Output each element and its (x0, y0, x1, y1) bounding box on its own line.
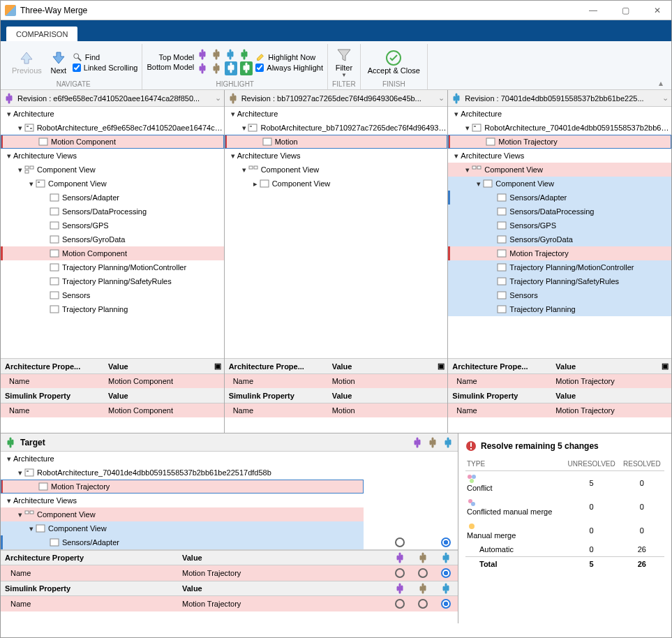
tree-item[interactable]: Trajectory Planning/MotionController (509, 263, 634, 272)
tree-item[interactable]: Sensors/GyroData (509, 235, 572, 244)
arch-root[interactable]: Architecture (237, 110, 278, 118)
linked-scrolling-chk[interactable] (73, 64, 81, 72)
tree-toggle[interactable]: ▾ (27, 524, 36, 533)
motion-item[interactable]: Motion (275, 138, 298, 146)
prev-button[interactable]: Previous (9, 48, 45, 76)
collapse-icon[interactable]: ▣ (211, 362, 224, 371)
arch-root[interactable]: Architecture (461, 110, 502, 118)
tree-item[interactable]: Trajectory Planning (62, 305, 128, 313)
cactus-brown-icon[interactable] (427, 437, 438, 448)
minimize-button[interactable]: — (583, 3, 603, 17)
tree-item[interactable]: Sensors/Adapter (62, 193, 119, 202)
radio-right[interactable] (441, 599, 451, 609)
tree-item[interactable]: Sensors (509, 291, 537, 299)
tree-toggle[interactable]: ▸ (251, 179, 260, 188)
panel-left-tree[interactable]: ▾Architecture ▾RobotArchitecture_e6f9e65… (1, 107, 224, 358)
ribbon-collapse-icon[interactable]: ▴ (655, 77, 667, 89)
cactus-purple-icon[interactable] (197, 49, 208, 60)
cactus-brown-icon[interactable] (211, 63, 222, 74)
tree-toggle[interactable]: ▾ (27, 179, 36, 188)
tree-item[interactable]: Trajectory Planning/SafetyRules (62, 277, 172, 285)
comp-view-child[interactable]: Component View (495, 179, 554, 188)
maximize-button[interactable]: ▢ (615, 3, 635, 17)
tree-item[interactable]: Sensors (62, 291, 90, 299)
panel-mid-tree[interactable]: ▾Architecture ▾RobotArchitecture_bb71092… (225, 107, 448, 358)
tree-item[interactable]: Sensors/Adapter (509, 193, 567, 202)
arch-child[interactable]: RobotArchitecture_70401de4dbb0591558537b… (484, 124, 671, 132)
cactus-blue-sel-icon[interactable] (225, 62, 237, 73)
radio-right[interactable] (441, 537, 451, 547)
tree-toggle[interactable]: ▾ (240, 124, 248, 133)
tree-toggle[interactable]: ▾ (240, 165, 248, 175)
tree-toggle[interactable]: ▾ (463, 165, 472, 175)
tree-item[interactable]: Trajectory Planning (509, 305, 575, 313)
next-button[interactable]: Next (47, 48, 70, 76)
tree-toggle[interactable]: ▾ (463, 124, 472, 133)
filter-button[interactable]: Filter ▼ (333, 45, 355, 80)
tree-item[interactable]: Sensors/GPS (509, 221, 556, 230)
arch-child[interactable]: RobotArchitecture_70401de4dbb0591558537b… (37, 468, 271, 477)
tree-toggle[interactable]: ▾ (16, 468, 24, 477)
comp-view-child[interactable]: Component View (48, 524, 107, 533)
comp-view[interactable]: Component View (37, 165, 96, 174)
radio-left[interactable] (395, 537, 405, 547)
accept-close-button[interactable]: Accept & Close (365, 48, 423, 76)
tree-toggle[interactable]: ▾ (16, 124, 24, 133)
tree-item[interactable]: Trajectory Planning/SafetyRules (509, 277, 619, 285)
tree-toggle[interactable]: ▾ (5, 496, 13, 505)
tree-toggle[interactable]: ▾ (452, 110, 461, 119)
radio-mid[interactable] (418, 599, 428, 609)
always-highlight-checkbox[interactable]: Always Highlight (255, 64, 323, 72)
tree-toggle[interactable]: ▾ (5, 454, 13, 463)
tree-toggle[interactable]: ▾ (475, 179, 483, 188)
views-root[interactable]: Architecture Views (13, 496, 77, 505)
radio-mid[interactable] (418, 568, 428, 578)
tree-toggle[interactable]: ▾ (229, 151, 237, 161)
tree-item[interactable]: Sensors/DataProcessing (62, 207, 147, 216)
radio-left[interactable] (395, 568, 405, 578)
cactus-green-sel-icon[interactable] (241, 62, 252, 73)
find-button[interactable]: Find (73, 52, 138, 62)
tree-item[interactable]: Motion Trajectory (509, 249, 568, 258)
radio-left[interactable] (395, 599, 405, 609)
tree-item[interactable]: Sensors/GPS (62, 221, 109, 230)
always-highlight-chk[interactable] (255, 64, 264, 72)
comp-view[interactable]: Component View (261, 165, 320, 174)
motion-item[interactable]: Motion Component (51, 138, 116, 146)
motion-item[interactable]: Motion Trajectory (498, 138, 557, 146)
linked-scrolling-checkbox[interactable]: Linked Scrolling (73, 64, 138, 72)
tree-toggle[interactable]: ▾ (5, 151, 13, 161)
cactus-purple-icon[interactable] (412, 437, 423, 448)
cactus-blue-icon[interactable] (225, 49, 236, 60)
arch-root[interactable]: Architecture (13, 454, 54, 463)
tree-toggle[interactable]: ▾ (229, 110, 237, 119)
target-tree[interactable]: ▾Architecture ▾RobotArchitecture_70401de… (1, 452, 458, 549)
tree-item[interactable]: Sensors/GyroData (62, 235, 125, 244)
comp-view-child[interactable]: Component View (272, 179, 331, 188)
collapse-icon[interactable]: ▣ (435, 362, 447, 371)
comp-view[interactable]: Component View (37, 510, 96, 519)
tree-toggle[interactable]: ▾ (16, 510, 24, 519)
tree-toggle[interactable]: ▾ (16, 165, 24, 175)
arch-root[interactable]: Architecture (13, 110, 54, 118)
cactus-purple-icon[interactable] (197, 63, 208, 74)
arch-child[interactable]: RobotArchitecture_bb710927ac7265dec76f4d… (260, 124, 447, 132)
tree-item[interactable]: Trajectory Planning/MotionController (62, 263, 186, 272)
chevron-down-icon[interactable]: ⌄ (438, 94, 445, 103)
collapse-icon[interactable]: ▣ (659, 362, 671, 371)
tree-toggle[interactable]: ▾ (452, 151, 461, 161)
panel-right-tree[interactable]: ▾Architecture ▾RobotArchitecture_70401de… (448, 107, 671, 358)
cactus-green-icon[interactable] (239, 49, 250, 60)
tree-toggle[interactable]: ▾ (5, 110, 13, 119)
radio-right[interactable] (441, 568, 451, 578)
chevron-down-icon[interactable]: ⌄ (215, 94, 221, 103)
close-button[interactable]: ✕ (648, 3, 667, 17)
cactus-blue-icon[interactable] (442, 437, 454, 448)
tab-comparison[interactable]: COMPARISON (6, 27, 77, 41)
comp-view[interactable]: Component View (484, 165, 543, 174)
chevron-down-icon[interactable]: ⌄ (662, 94, 669, 103)
comp-view-child[interactable]: Component View (48, 179, 107, 188)
tree-item[interactable]: Sensors/Adapter (62, 538, 119, 547)
views-root[interactable]: Architecture Views (13, 151, 77, 160)
arch-child[interactable]: RobotArchitecture_e6f9e658ec7d410520aee1… (37, 124, 224, 132)
